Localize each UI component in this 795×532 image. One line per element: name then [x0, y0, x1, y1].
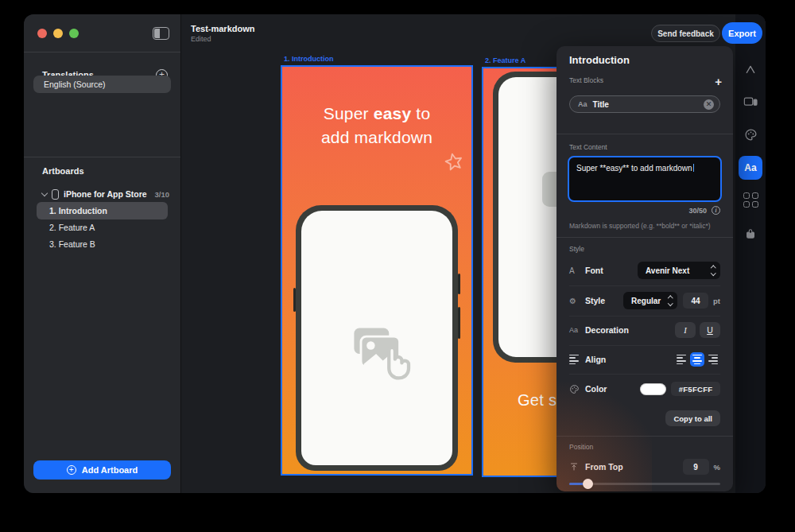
document-status: Edited	[191, 35, 254, 43]
text-tool-active[interactable]: Aa	[739, 156, 762, 180]
from-top-unit: %	[714, 463, 720, 472]
decoration-icon: Aa	[569, 326, 585, 334]
left-sidebar: Translations + English (Source) Artboard…	[24, 14, 181, 493]
window-controls	[37, 29, 79, 38]
zoom-window-button[interactable]	[69, 29, 79, 38]
sidebar-item-feature-b[interactable]: 3. Feature B	[37, 235, 168, 253]
divider	[569, 345, 720, 346]
image-placeholder-icon[interactable]	[339, 322, 415, 389]
plus-circle-icon: +	[67, 465, 76, 475]
divider	[556, 237, 733, 238]
copy-to-all-button[interactable]: Copy to all	[665, 410, 720, 426]
palette-tool-icon[interactable]	[735, 126, 766, 142]
language-item[interactable]: English (Source)	[33, 76, 171, 93]
phone-side-button	[458, 274, 460, 294]
text-blocks-label: Text Blocks	[569, 76, 603, 84]
text-content-input[interactable]: Super **easy** to add markdown	[568, 156, 722, 202]
color-row: Color #F5FCFF	[569, 378, 720, 400]
right-tool-rail: Aa	[735, 14, 766, 493]
phone-screen[interactable]	[301, 211, 452, 465]
divider	[569, 285, 720, 286]
slider-thumb[interactable]	[583, 479, 593, 489]
color-label: Color	[585, 384, 607, 394]
text-style-icon: Aa	[578, 100, 588, 108]
pointer-tool-icon[interactable]	[735, 62, 766, 78]
phone-side-button	[293, 288, 296, 312]
align-left-button[interactable]	[674, 352, 688, 367]
send-feedback-button[interactable]: Send feedback	[651, 25, 720, 42]
app-window: Translations + English (Source) Artboard…	[24, 14, 766, 493]
font-size-field[interactable]: 44	[683, 293, 708, 309]
font-label: Font	[585, 266, 603, 275]
device-frame-icon[interactable]	[735, 94, 766, 110]
phone-side-button	[458, 307, 460, 339]
align-right-button[interactable]	[706, 352, 720, 367]
weight-value: Regular	[631, 297, 662, 305]
text-content-label: Text Content	[569, 143, 607, 151]
artboard-introduction[interactable]: Super easy to add markdown	[281, 65, 473, 476]
from-top-field[interactable]: 9	[683, 459, 709, 475]
decoration-row: Aa Decoration I U	[569, 319, 720, 341]
divider	[24, 52, 180, 52]
font-value: Avenir Next	[646, 266, 705, 275]
assets-bag-icon[interactable]	[735, 224, 766, 242]
from-top-slider[interactable]	[569, 479, 720, 489]
italic-button[interactable]: I	[675, 322, 696, 338]
add-artboard-label: Add Artboard	[82, 465, 138, 475]
export-button[interactable]: Export	[722, 22, 762, 44]
grid-tool-icon[interactable]	[735, 192, 766, 208]
divider	[24, 157, 180, 157]
select-chevrons-icon	[669, 297, 673, 305]
color-hex-field[interactable]: #F5FCFF	[671, 382, 720, 396]
divider	[569, 316, 720, 316]
phone-device-icon	[52, 189, 59, 200]
position-section-label: Position	[569, 443, 593, 451]
markdown-hint: Markdown is supported (e.g. **bold** or …	[569, 222, 722, 230]
align-lines-icon	[569, 355, 585, 364]
document-title-block: Test-markdown Edited	[191, 24, 254, 43]
artboard1-canvas-label[interactable]: 1. Introduction	[284, 55, 334, 63]
style-row: ⚙ Style Regular 44 pt	[569, 289, 720, 312]
phone-mockup	[296, 205, 458, 471]
screenshot-stage: Translations + English (Source) Artboard…	[0, 0, 795, 532]
star-icon	[443, 151, 465, 177]
style-section-label: Style	[569, 245, 584, 253]
font-select[interactable]: Avenir Next	[638, 262, 720, 279]
align-center-button[interactable]	[690, 352, 704, 367]
weight-select[interactable]: Regular	[623, 292, 677, 309]
artboard-count-badge: 3/10	[155, 190, 170, 199]
inspector-panel: Introduction Text Blocks + Aa Title ✕ Te…	[556, 46, 733, 491]
select-chevrons-icon	[712, 266, 716, 274]
char-counter: 30/50	[688, 207, 707, 215]
from-top-icon	[569, 462, 585, 472]
style-gear-icon: ⚙	[569, 297, 585, 305]
divider	[556, 436, 733, 437]
sidebar-item-introduction[interactable]: 1. Introduction	[37, 202, 168, 219]
add-artboard-button[interactable]: + Add Artboard	[33, 460, 171, 480]
add-text-block-icon[interactable]: +	[715, 75, 722, 88]
underline-button[interactable]: U	[700, 322, 720, 338]
color-swatch[interactable]	[640, 383, 666, 395]
minimize-window-button[interactable]	[53, 29, 63, 38]
artboards-header: Artboards	[42, 166, 84, 176]
divider	[556, 134, 733, 134]
document-title: Test-markdown	[191, 24, 254, 33]
sidebar-item-feature-a[interactable]: 2. Feature A	[37, 219, 168, 236]
artboard2-canvas-label[interactable]: 2. Feature A	[485, 56, 525, 64]
size-unit: pt	[713, 297, 720, 305]
text-block-chip-title[interactable]: Aa Title ✕	[569, 95, 720, 113]
chip-label: Title	[593, 100, 698, 109]
info-icon[interactable]: i	[712, 206, 720, 215]
artboard-group-label: iPhone for App Store	[64, 189, 150, 199]
sidebar-toggle-icon[interactable]	[153, 27, 169, 40]
font-icon: A	[569, 266, 585, 275]
divider	[569, 374, 720, 375]
artboard1-title-text: Super easy to add markdown	[282, 102, 471, 150]
chevron-down-icon[interactable]	[41, 189, 48, 196]
from-top-row: From Top 9 %	[569, 458, 720, 476]
remove-chip-icon[interactable]: ✕	[704, 99, 714, 110]
artboard-group-row[interactable]: iPhone for App Store 3/10	[42, 188, 169, 200]
inspector-title: Introduction	[569, 54, 630, 66]
from-top-label: From Top	[585, 462, 623, 472]
close-window-button[interactable]	[37, 29, 47, 38]
